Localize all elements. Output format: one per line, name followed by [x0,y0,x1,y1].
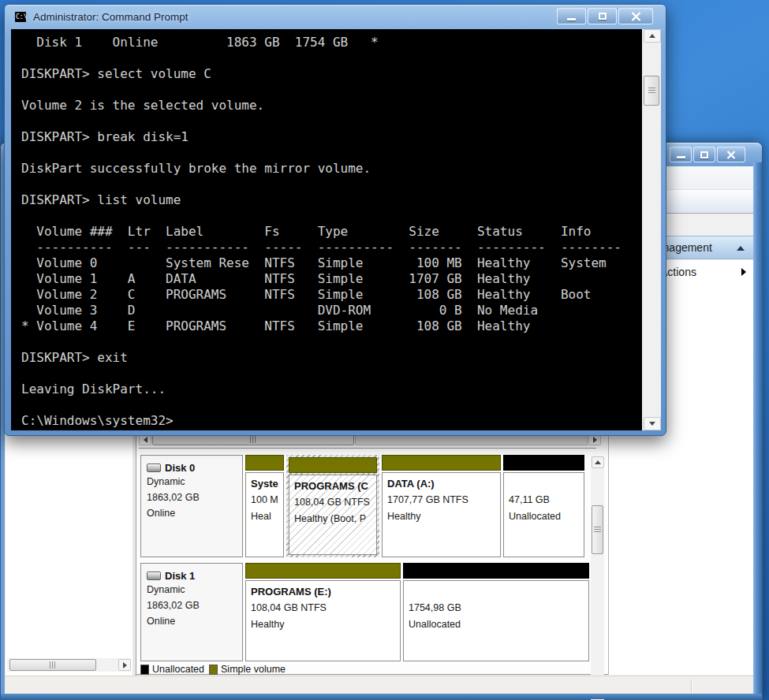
partition-programs-c[interactable]: PROGRAMS (C 108,04 GB NTFS Healthy (Boot… [286,455,379,557]
close-icon [726,151,736,159]
disk-drive-icon [147,572,161,580]
scrollbar-thumb[interactable] [592,505,603,554]
partition-status: Healthy (Boot, P [294,511,372,527]
simple-volume-bar [289,457,377,473]
scroll-right-button[interactable] [118,659,131,671]
desktop: { "cmd_window": { "title": "Administrato… [0,0,769,700]
disk-status: Online [147,505,239,521]
grip-icon [648,88,655,95]
cmd-titlebar: C:\ Administrator: Command Prompt [5,5,666,28]
partition-size: 1707,77 GB NTFS [387,492,496,508]
partition-name: PROGRAMS (E:) [251,583,396,600]
scrollbar-thumb[interactable] [9,659,96,671]
partition-size: 100 M [251,492,279,508]
partition-size: 47,11 GB [509,492,580,508]
partition-unallocated-disk1[interactable]: 1754,98 GB Unallocated [403,563,589,661]
arrow-left-icon [144,437,147,443]
partition-status: Unallocated [409,616,584,633]
minimize-icon [677,156,685,158]
partition-status: Healthy [387,508,496,525]
partition-size: 108,04 GB NTFS [294,494,372,511]
scroll-up-button[interactable] [644,29,661,43]
partition-data-a[interactable]: DATA (A:) 1707,77 GB NTFS Healthy [382,455,501,557]
disk-type: Dynamic [147,474,239,490]
cmd-icon-label: C:\ [16,13,27,20]
status-bar [5,676,754,695]
submenu-arrow-icon [741,268,746,276]
console-scrollbar[interactable] [642,29,661,430]
disk-row-1: Disk 1 Dynamic 1863,02 GB Online PROGRAM… [140,563,588,661]
partition-name [509,475,580,492]
arrow-down-icon [649,422,655,426]
partition-name: DATA (A:) [387,475,496,492]
scrollbar-thumb[interactable] [644,76,659,106]
scroll-down-button[interactable] [644,417,661,430]
arrow-right-icon [123,662,127,668]
unallocated-swatch [140,665,149,675]
arrow-up-icon [595,460,601,464]
window-frame [1,694,762,699]
legend-label: Simple volume [221,664,286,675]
cmd-close-button[interactable] [618,8,653,24]
cmd-minimize-button[interactable] [557,8,586,24]
collapse-icon [737,246,745,251]
arrow-right-icon [593,437,597,443]
partition-name: PROGRAMS (C [294,478,372,494]
disk-legend: Unallocated Simple volume [140,663,290,676]
unallocated-bar [403,563,589,579]
grip-icon [50,661,57,668]
simple-volume-swatch [209,665,218,675]
partition-programs-e[interactable]: PROGRAMS (E:) 108,04 GB NTFS Healthy [245,563,401,661]
arrow-up-icon [649,34,655,38]
grip-icon [594,527,601,534]
diskview-vertical-scrollbar[interactable] [591,456,604,700]
simple-volume-bar [245,563,401,579]
window-title: Administrator: Command Prompt [33,11,189,23]
cmd-maximize-button[interactable] [588,8,617,24]
close-icon [631,12,641,21]
mmc-close-button[interactable] [717,147,745,162]
cmd-icon: C:\ [14,11,27,23]
status-separator [691,680,692,693]
minimize-icon [567,18,576,20]
simple-volume-bar [382,455,501,471]
disk-size: 1863,02 GB [147,598,239,613]
disk-name: Disk 1 [165,570,195,582]
mmc-maximize-button[interactable] [693,147,715,162]
command-prompt-window: C:\ Administrator: Command Prompt Disk 1… [4,4,666,436]
partition-system-reserved[interactable]: Syste 100 M Heal [245,455,284,557]
console-output[interactable]: Disk 1 Online 1863 GB 1754 GB * DISKPART… [11,29,642,430]
disk-type: Dynamic [147,582,239,598]
disk-0-label[interactable]: Disk 0 Dynamic 1863,02 GB Online [140,455,243,557]
disk-row-0: Disk 0 Dynamic 1863,02 GB Online Syste 1… [140,455,588,557]
disk-1-label[interactable]: Disk 1 Dynamic 1863,02 GB Online [140,563,243,661]
divider [139,448,596,449]
disk-status: Online [147,613,239,629]
disk-drive-icon [147,464,161,472]
mmc-minimize-button[interactable] [670,147,692,162]
disk-name: Disk 0 [165,462,195,474]
cmd-client-area: Disk 1 Online 1863 GB 1754 GB * DISKPART… [11,29,661,430]
window-frame [753,162,762,695]
partition-status: Unallocated [509,508,580,525]
scroll-up-button[interactable] [592,456,604,468]
maximize-icon [599,13,607,20]
tree-horizontal-scrollbar[interactable] [7,658,131,672]
partition-unallocated-disk0[interactable]: 47,11 GB Unallocated [503,455,584,557]
simple-volume-bar [245,455,284,471]
legend-label: Unallocated [152,664,204,675]
partitions: Syste 100 M Heal PROGRAMS (C 108,04 GB N… [245,455,588,557]
unallocated-bar [503,455,584,471]
maximize-icon [700,151,708,158]
partition-status: Heal [251,508,279,525]
partition-size: 1754,98 GB [409,600,584,616]
partition-name: Syste [251,475,279,492]
disk-size: 1863,02 GB [147,490,239,505]
grip-icon [250,436,257,443]
partition-size: 108,04 GB NTFS [251,600,396,616]
partition-status: Healthy [251,616,396,633]
partition-name [409,583,584,600]
partitions: PROGRAMS (E:) 108,04 GB NTFS Healthy 175… [245,563,589,661]
